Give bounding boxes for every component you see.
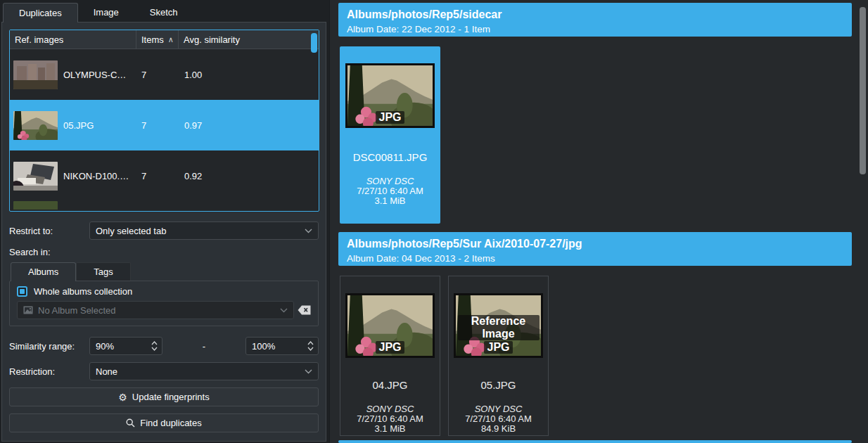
update-fingerprints-label: Update fingerprints (132, 392, 210, 402)
restrict-to-label: Restrict to: (9, 226, 89, 236)
table-scrollbar-thumb[interactable] (311, 33, 317, 53)
image-date: 7/27/10 6:40 AM (340, 186, 440, 196)
restriction-select[interactable]: None (89, 362, 319, 380)
column-items[interactable]: Items ∧ (136, 30, 179, 49)
camera-name: SONY DSC (449, 404, 548, 414)
city-thumbnail (13, 60, 58, 89)
tab-image[interactable]: Image (78, 3, 134, 22)
album-group-header: Albums/photos/Rep5/Sur Aix/2010-07-27/jp… (338, 232, 852, 266)
update-fingerprints-button[interactable]: ⚙ Update fingerprints (9, 387, 319, 406)
duplicates-table: Ref. images Items ∧ Avg. similarity (9, 30, 319, 212)
landscape-thumbnail (13, 111, 58, 140)
image-item[interactable]: JPG 04.JPG SONY DSC 7/27/10 6:40 AM 3.1 … (340, 276, 440, 436)
album-group-header: Albums/photos/Rep5/sidecar Album Date: 2… (338, 3, 852, 37)
whole-albums-checkbox[interactable] (17, 286, 27, 297)
tab-tags[interactable]: Tags (76, 262, 130, 281)
table-row[interactable]: OLYMPUS-C… 7 1.00 (10, 49, 319, 100)
tab-duplicates[interactable]: Duplicates (3, 3, 78, 23)
chevron-down-icon (305, 369, 312, 374)
search-in-label: Search in: (9, 247, 319, 257)
album-group-header-partial (338, 440, 852, 443)
similarity-max-spinbox[interactable]: 100% (245, 337, 319, 355)
ref-image-name: 05.JPG (63, 120, 94, 131)
column-avg-similarity[interactable]: Avg. similarity (179, 30, 319, 49)
format-badge: JPG (376, 341, 404, 354)
sort-ascending-icon: ∧ (168, 35, 174, 44)
avg-similarity-value: 0.97 (179, 120, 319, 131)
format-badge: JPG (484, 341, 512, 354)
image-size: 84.9 KiB (449, 424, 548, 434)
items-count: 7 (136, 70, 179, 80)
restriction-value: None (96, 366, 117, 377)
image-size: 3.1 MiB (340, 424, 440, 434)
ref-image-name: NIKON-D100.… (63, 171, 129, 181)
search-sidebar: Duplicates Image Sketch Ref. images Item… (0, 0, 328, 443)
restrict-to-value: Only selected tab (96, 226, 166, 236)
partial-thumbnail (13, 201, 58, 210)
find-duplicates-label: Find duplicates (140, 418, 201, 428)
camera-name: SONY DSC (340, 176, 440, 186)
image-date: 7/27/10 6:40 AM (340, 414, 440, 424)
ref-image-name: OLYMPUS-C… (63, 70, 126, 80)
search-in-tabbar: Albums Tags (9, 262, 319, 281)
chevron-down-icon (280, 308, 288, 313)
spinbox-arrows-icon[interactable] (307, 341, 314, 351)
column-ref-images[interactable]: Ref. images (10, 30, 136, 49)
image-filename: DSC00811.JPG (340, 151, 440, 163)
table-row[interactable]: NIKON-D100.… 7 0.92 (10, 150, 319, 201)
format-badge: JPG (376, 111, 404, 124)
image-icon (23, 306, 33, 314)
desk-thumbnail (13, 162, 58, 191)
items-count: 7 (136, 120, 179, 131)
column-items-label: Items (141, 34, 164, 45)
duplicates-table-header: Ref. images Items ∧ Avg. similarity (10, 30, 319, 49)
whole-albums-label: Whole albums collection (34, 286, 132, 297)
clear-selection-icon[interactable] (298, 305, 311, 315)
results-view: Albums/photos/Rep5/sidecar Album Date: 2… (329, 0, 868, 443)
reference-image-badge: Reference Image (458, 315, 540, 340)
album-date: Album Date: 04 Dec 2013 - 2 Items (347, 252, 852, 264)
tab-sketch[interactable]: Sketch (134, 3, 193, 22)
album-select[interactable]: No Album Selected (17, 301, 294, 319)
image-filename: 05.JPG (449, 379, 548, 391)
results-scrollbar-thumb[interactable] (860, 7, 866, 174)
image-date: 7/27/10 6:40 AM (449, 414, 548, 424)
image-size: 3.1 MiB (340, 196, 440, 206)
image-thumbnail: Reference Image JPG (454, 293, 543, 358)
image-item-selected[interactable]: JPG DSC00811.JPG SONY DSC 7/27/10 6:40 A… (340, 46, 440, 224)
table-row-selected[interactable]: 05.JPG 7 0.97 (10, 100, 319, 150)
chevron-down-icon (305, 229, 312, 233)
sidebar-tabbar: Duplicates Image Sketch (0, 0, 328, 22)
items-count: 7 (136, 171, 179, 181)
find-duplicates-button[interactable]: Find duplicates (9, 413, 319, 432)
tab-albums[interactable]: Albums (11, 262, 76, 281)
album-date: Album Date: 22 Dec 2012 - 1 Item (347, 23, 852, 35)
album-select-value: No Album Selected (38, 305, 116, 316)
duplicates-pane: Ref. images Items ∧ Avg. similarity (1, 22, 326, 442)
range-separator: - (162, 341, 245, 352)
table-row-partial[interactable] (10, 201, 319, 212)
avg-similarity-value: 1.00 (179, 70, 319, 80)
image-thumbnail: JPG (345, 293, 435, 358)
albums-groupbox: Whole albums collection No Album Selecte… (9, 281, 319, 326)
restriction-label: Restriction: (9, 366, 89, 377)
search-icon (126, 418, 135, 428)
album-path: Albums/photos/Rep5/sidecar (347, 8, 852, 21)
image-item-reference[interactable]: Reference Image JPG 05.JPG SONY DSC 7/27… (448, 276, 549, 436)
album-path: Albums/photos/Rep5/Sur Aix/2010-07-27/jp… (347, 237, 852, 250)
restrict-to-select[interactable]: Only selected tab (89, 222, 319, 240)
camera-name: SONY DSC (340, 404, 440, 414)
spinbox-arrows-icon[interactable] (151, 341, 158, 351)
avg-similarity-value: 0.92 (179, 171, 319, 181)
image-filename: 04.JPG (340, 379, 440, 391)
similarity-min-value: 90% (96, 341, 114, 352)
similarity-min-spinbox[interactable]: 90% (89, 337, 162, 355)
gear-icon: ⚙ (118, 392, 127, 402)
similarity-max-value: 100% (252, 341, 275, 352)
similarity-range-label: Similarity range: (9, 341, 89, 352)
image-thumbnail: JPG (345, 63, 435, 128)
